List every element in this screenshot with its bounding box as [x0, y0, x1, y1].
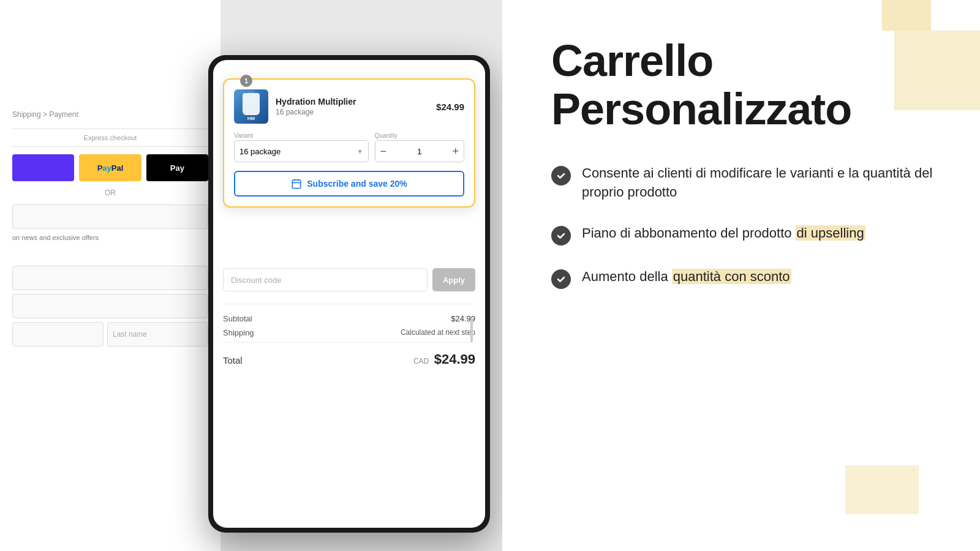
or-divider: OR	[12, 189, 208, 197]
express-checkout-label: Express checkout	[12, 129, 208, 147]
features-list: Consente ai clienti di modificare le var…	[551, 164, 943, 289]
apply-button[interactable]: Apply	[432, 268, 475, 291]
last-name-input[interactable]: Last name	[107, 322, 208, 347]
product-price: $24.99	[436, 102, 464, 112]
bag-shape	[243, 93, 260, 115]
bg-input-3	[12, 294, 208, 318]
feature-text-2: Piano di abbonamento del prodotto di ups…	[582, 224, 865, 243]
deco-rect-bottom	[845, 465, 919, 514]
tablet-device: 1 Hydration Multiplier 16 package $24.99	[208, 55, 490, 533]
discount-input[interactable]: Discount code	[223, 268, 428, 291]
variant-box: Variant 16 package ▼	[234, 132, 369, 162]
tablet-bottom-section: Discount code Apply Subtotal $24.99 Ship…	[223, 268, 475, 367]
title-line2: Personalizzato	[551, 84, 851, 133]
shipping-row: Shipping Calculated at next step	[223, 328, 475, 337]
purple-pay-button[interactable]	[12, 154, 74, 181]
bg-form-section: on news and exclusive offers Last name	[12, 204, 208, 347]
subtotal-row: Subtotal $24.99	[223, 314, 475, 323]
breadcrumb-payment: Payment	[49, 110, 78, 119]
feature-text-3: Aumento della quantità con sconto	[582, 268, 791, 287]
breadcrumb-shipping: Shipping	[12, 110, 41, 119]
paypal-button[interactable]: PayPal	[79, 154, 141, 181]
product-header: Hydration Multiplier 16 package $24.99	[234, 89, 464, 124]
quantity-label: Quantity	[375, 132, 464, 139]
total-row: Total CAD $24.99	[223, 342, 475, 367]
quantity-plus-button[interactable]: +	[452, 146, 459, 157]
express-checkout-buttons: PayPal Pay	[12, 154, 208, 181]
total-label: Total	[223, 355, 243, 365]
quantity-minus-button[interactable]: −	[380, 146, 387, 157]
total-amount: $24.99	[434, 351, 475, 367]
check-icon-2	[551, 226, 571, 246]
shipping-value: Calculated at next step	[401, 328, 475, 337]
svg-rect-0	[293, 180, 301, 189]
tablet-screen: 1 Hydration Multiplier 16 package $24.99	[213, 60, 485, 528]
bg-input-2	[12, 266, 208, 290]
variant-label: Variant	[234, 132, 369, 139]
total-amount-area: CAD $24.99	[413, 351, 475, 367]
product-badge: 1	[240, 75, 252, 87]
quantity-value: 1	[417, 147, 421, 156]
breadcrumb: Shipping > Payment	[12, 110, 208, 119]
quantity-control: − 1 +	[375, 140, 464, 162]
left-panel: Shipping > Payment Express checkout PayP…	[0, 0, 502, 551]
apply-button-label: Apply	[443, 276, 465, 285]
variant-dropdown-icon: ▼	[357, 148, 363, 155]
first-name-input[interactable]	[12, 322, 104, 347]
apple-pay-label: Pay	[170, 163, 184, 173]
check-icon-3	[551, 269, 571, 289]
bg-input-1	[12, 204, 208, 229]
product-variant-text: 16 package	[276, 108, 436, 116]
highlight-upselling: di upselling	[796, 225, 865, 241]
feature-item-2: Piano di abbonamento del prodotto di ups…	[551, 224, 943, 246]
highlight-quantity: quantità con sconto	[672, 269, 791, 284]
feature-item-3: Aumento della quantità con sconto	[551, 268, 943, 289]
main-title: Carrello Personalizzato	[551, 37, 943, 133]
title-line1: Carrello	[551, 36, 713, 85]
product-popup: 1 Hydration Multiplier 16 package $24.99	[223, 78, 475, 208]
product-image	[234, 89, 268, 124]
feature-text-1: Consente ai clienti di modificare le var…	[582, 164, 943, 202]
feature-item-1: Consente ai clienti di modificare le var…	[551, 164, 943, 202]
subtotal-label: Subtotal	[223, 314, 252, 323]
bg-name-row: Last name	[12, 322, 208, 347]
discount-row: Discount code Apply	[223, 268, 475, 291]
bg-checkbox-row: on news and exclusive offers	[12, 234, 208, 241]
subscribe-save-button[interactable]: Subscribe and save 20%	[234, 171, 464, 197]
right-panel: Carrello Personalizzato Consente ai clie…	[502, 0, 980, 551]
total-currency: CAD	[413, 357, 429, 365]
check-icon-1	[551, 166, 571, 186]
deco-rect-right	[894, 31, 980, 110]
variant-select[interactable]: 16 package ▼	[234, 140, 369, 162]
calendar-icon	[291, 178, 302, 189]
deco-rect-top	[882, 0, 931, 31]
product-controls: Variant 16 package ▼ Quantity − 1 +	[234, 132, 464, 162]
checkout-background: Shipping > Payment Express checkout PayP…	[0, 0, 221, 551]
shipping-label: Shipping	[223, 328, 254, 337]
discount-placeholder: Discount code	[231, 276, 281, 285]
order-summary: Subtotal $24.99 Shipping Calculated at n…	[223, 304, 475, 367]
product-name: Hydration Multiplier	[276, 97, 436, 107]
quantity-box: Quantity − 1 +	[375, 132, 464, 162]
variant-value: 16 package	[239, 147, 281, 156]
apple-pay-button[interactable]: Pay	[146, 154, 208, 181]
scroll-indicator	[470, 318, 473, 342]
paypal-label: P	[97, 163, 103, 173]
product-info: Hydration Multiplier 16 package	[276, 97, 436, 116]
subscribe-btn-label: Subscribe and save 20%	[307, 179, 407, 189]
paypal-label2: ay	[102, 163, 111, 173]
